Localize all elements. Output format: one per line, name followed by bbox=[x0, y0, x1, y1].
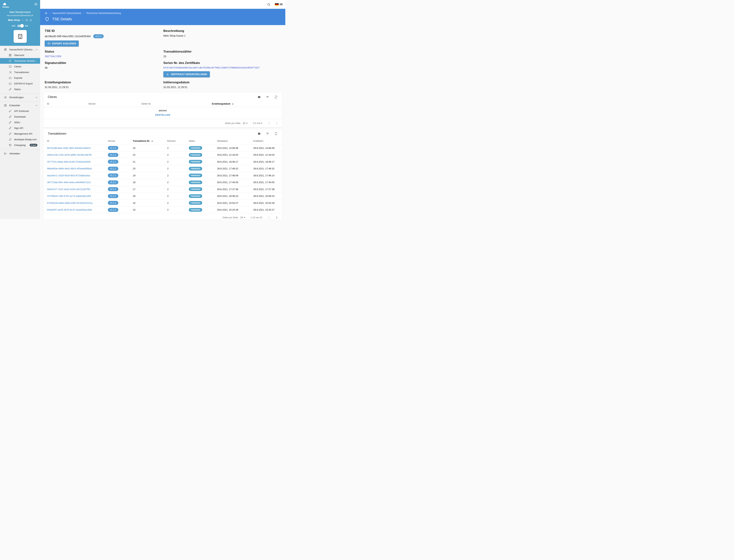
info-icon[interactable] bbox=[25, 19, 28, 21]
version-chip: v1.1.1 bbox=[108, 187, 118, 191]
sidebar-item-sdks[interactable]: SDKs bbox=[0, 120, 40, 125]
link-icon bbox=[9, 132, 12, 135]
sidebar-item-label: Changelog bbox=[14, 144, 30, 147]
transaction-id-link[interactable]: 968e893e-b684-4b42-89c5-405eb4bf96a4 bbox=[47, 167, 92, 170]
next-page-button[interactable] bbox=[275, 216, 279, 219]
breadcrumb-separator-icon bbox=[49, 12, 51, 14]
env-toggle[interactable] bbox=[17, 25, 23, 27]
rows-per-page-select[interactable]: 10 bbox=[240, 216, 245, 219]
transaction-id-link[interactable]: 367723da-f94c-4efe-beba-a46494871112 bbox=[47, 181, 91, 184]
sidebar-item-clients[interactable]: Clients bbox=[0, 64, 40, 69]
prev-page-button[interactable] bbox=[267, 121, 271, 125]
sidebar-item-label: Technische Sicherheitse... bbox=[14, 60, 38, 62]
erstellen-link[interactable]: ERSTELLEN bbox=[155, 114, 170, 116]
sidebar-item-exporte[interactable]: Exporte bbox=[0, 75, 40, 81]
serien-nr-value: bf47a01f026de49623ecb07c8e79106c8ff96113… bbox=[163, 66, 277, 69]
cloud-upload-icon bbox=[47, 42, 51, 45]
org-logo bbox=[14, 30, 27, 43]
sidebar-item-management-api[interactable]: Management API bbox=[0, 131, 40, 137]
field-initiierungsdatum: Initiierungsdatum 31.03.2021, 11:29:51 bbox=[163, 81, 282, 89]
transaction-id-link[interactable]: eb9ce136-215e-4d78-a698-18c361cd676f bbox=[47, 153, 92, 156]
view-columns-icon[interactable] bbox=[257, 95, 261, 99]
clients-card: Clients ID Versio bbox=[43, 93, 282, 127]
filter-icon[interactable] bbox=[266, 132, 269, 135]
refresh-icon[interactable] bbox=[274, 95, 278, 99]
sidebar-item-label: Downloads bbox=[14, 115, 38, 118]
view-columns-icon[interactable] bbox=[257, 132, 261, 135]
field-erstellungsdatum: Erstellungsdatum 31.03.2021, 11:29:51 bbox=[45, 81, 163, 89]
transaction-number: 19 bbox=[133, 174, 167, 177]
version-chip: v1.1.1 bbox=[108, 208, 118, 212]
transaction-id-link[interactable]: 674061a5-ba64-4d65-b350-914c6181531a bbox=[47, 202, 92, 204]
person-icon[interactable] bbox=[29, 19, 32, 21]
sidebar-item-api-schluessel[interactable]: API Schlüssel bbox=[0, 108, 40, 114]
transactions-pagination: Zeilen pro Seite: 10 1-10 von 23 bbox=[43, 213, 282, 219]
menu-icon[interactable] bbox=[34, 2, 38, 6]
sidebar-item-changelog[interactable]: Changelog 0.14.0 bbox=[0, 142, 40, 148]
rows-per-page-select[interactable]: 10 bbox=[243, 122, 248, 125]
column-header-version[interactable]: Version bbox=[108, 140, 133, 142]
column-header-id[interactable]: ID bbox=[47, 103, 88, 105]
filter-icon[interactable] bbox=[266, 95, 269, 99]
language-switcher[interactable]: DE bbox=[275, 3, 283, 6]
transaction-id-link[interactable]: 0f77702c-8dad-48fa-9c48-07ef5d2b4508 bbox=[47, 160, 90, 163]
field-label: Signaturzähler bbox=[45, 61, 158, 65]
refresh-icon[interactable] bbox=[274, 132, 278, 135]
transaction-id-link[interactable]: 227069c8-7b5f-4702-ac73-edbd3e6c2f54 bbox=[47, 195, 91, 197]
sidebar-item-kassensichv[interactable]: KassenSichV (Deutschland) bbox=[0, 47, 40, 52]
column-header-serien-nr[interactable]: Serien Nr. bbox=[141, 103, 212, 105]
zertifikat-download-button[interactable]: ZERTIFIKAT HERUNTERLADEN bbox=[163, 71, 210, 77]
sidebar-item-uebersicht[interactable]: Übersicht bbox=[0, 52, 40, 58]
home-icon[interactable] bbox=[45, 12, 47, 14]
transaction-id-link[interactable]: 828d43f7-ae05-4678-9c37-eeaa5b3a19dd bbox=[47, 208, 92, 211]
sidebar-item-downloads[interactable]: Downloads bbox=[0, 114, 40, 120]
column-header-version[interactable]: Version bbox=[88, 103, 141, 105]
column-header-transaktions-nr[interactable]: Transaktions Nr. bbox=[133, 140, 167, 142]
transaction-id-link[interactable]: 5fd16137-7e22-4a32-b105-af2221d07f51 bbox=[47, 188, 91, 191]
building-icon bbox=[17, 33, 23, 40]
toggle-knob bbox=[20, 24, 24, 28]
revision-value: 2 bbox=[167, 195, 189, 197]
sidebar-item-sign-api[interactable]: Sign API bbox=[0, 125, 40, 131]
key-icon bbox=[9, 110, 12, 113]
zertifikat-button-label: ZERTIFIKAT HERUNTERLADEN bbox=[171, 73, 207, 76]
sidebar-item-dsfinvk-export[interactable]: DSFINV-K Export bbox=[0, 81, 40, 86]
next-page-button[interactable] bbox=[275, 121, 279, 125]
breadcrumb-link-kassensichv[interactable]: KassenSichV (Deutschland) bbox=[53, 12, 81, 14]
end-date: 26.6.2021, 17:27:38 bbox=[253, 188, 278, 191]
clients-empty-state: aktiviert bbox=[43, 107, 282, 112]
signaturzaehler-value: 46 bbox=[45, 66, 158, 69]
sidebar-item-tse[interactable]: Technische Sicherheitse... bbox=[0, 58, 40, 64]
erstellungsdatum-value: 31.03.2021, 11:29:51 bbox=[45, 86, 158, 89]
caret-down-icon bbox=[246, 123, 248, 124]
sidebar-item-label: Einstellungen bbox=[9, 96, 35, 99]
sidebar-item-einstellungen[interactable]: Einstellungen bbox=[0, 94, 40, 100]
sidebar-item-status[interactable]: Status bbox=[0, 86, 40, 92]
sidebar-item-entwickler[interactable]: Entwickler bbox=[0, 103, 40, 108]
clients-card-title: Clients bbox=[48, 95, 57, 99]
column-header-startdatum[interactable]: Startdatum bbox=[217, 140, 253, 142]
column-header-enddatum[interactable]: Enddatum bbox=[253, 140, 278, 142]
breadcrumb: KassenSichV (Deutschland) Technische Sic… bbox=[45, 12, 285, 14]
sidebar-item-abmelden[interactable]: Abmelden bbox=[0, 151, 40, 156]
sidebar-user-panel: fiskaly Max Mustermann max.mustermann@me… bbox=[0, 0, 40, 46]
user-email: max.mustermann@meinshop.de bbox=[0, 14, 40, 16]
chevron-down-icon[interactable] bbox=[21, 19, 24, 21]
sidebar-item-developer-fiskaly[interactable]: developer.fiskaly.com bbox=[0, 137, 40, 142]
column-header-erstellungsdatum[interactable]: Erstellungsdatum bbox=[212, 103, 278, 105]
transaction-id-link[interactable]: 66742af6-fbe4-4361-8bf2-840e61e38423 bbox=[47, 147, 91, 149]
user-name: Max Mustermann bbox=[0, 10, 40, 14]
revision-value: 2 bbox=[167, 174, 189, 177]
transaction-id-link[interactable]: dea34e71-c829-45c9-9fc5-671fdd0acfea bbox=[47, 174, 90, 177]
export-button[interactable]: EXPORT AUSLÖSEN bbox=[45, 40, 79, 47]
sidebar-item-transaktionen[interactable]: Transaktionen bbox=[0, 69, 40, 75]
org-selector[interactable]: Mein Shop bbox=[8, 19, 20, 21]
field-label: Transaktionszähler bbox=[163, 50, 277, 53]
search-icon[interactable] bbox=[267, 3, 270, 6]
field-label: TSE ID bbox=[45, 29, 158, 33]
column-header-id[interactable]: ID bbox=[47, 140, 108, 142]
breadcrumb-current: Technische Sicherheitseinrichtung bbox=[86, 12, 121, 14]
prev-page-button[interactable] bbox=[267, 216, 271, 219]
column-header-revision[interactable]: Revision bbox=[167, 140, 189, 142]
column-header-status[interactable]: Status bbox=[189, 140, 217, 142]
